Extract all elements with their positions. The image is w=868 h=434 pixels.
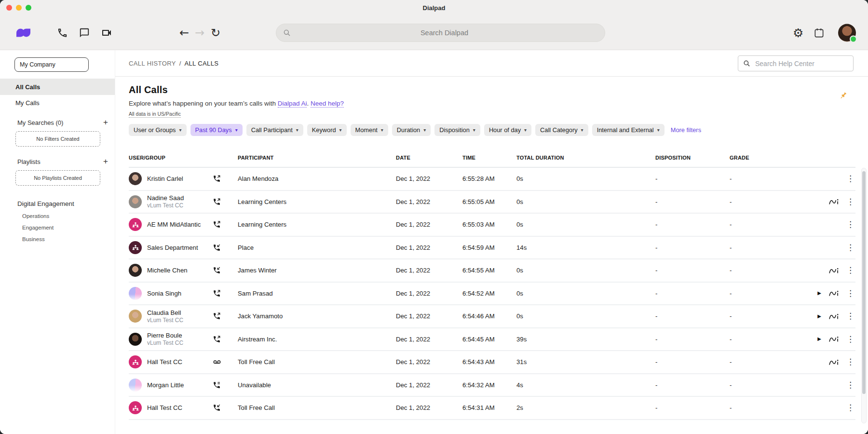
company-selector[interactable]: My Company [14, 57, 89, 72]
time-cell: 6:54:52 AM [462, 290, 516, 297]
breadcrumb-call-history[interactable]: CALL HISTORY [129, 60, 176, 67]
row-menu-button[interactable]: ⋮ [846, 312, 854, 320]
filter-chip-hour-of-day[interactable]: Hour of day▾ [484, 124, 531, 136]
sidebar-item-all-calls[interactable]: All Calls [0, 79, 115, 95]
filter-chip-call-category[interactable]: Call Category▾ [535, 124, 588, 136]
zoom-button[interactable] [26, 5, 31, 11]
filter-chip-duration[interactable]: Duration▾ [392, 124, 431, 136]
avatar [129, 264, 142, 277]
user-avatar[interactable] [838, 24, 856, 41]
row-menu-button[interactable]: ⋮ [846, 404, 854, 412]
row-menu-button[interactable]: ⋮ [846, 358, 854, 366]
help-center-search-input[interactable] [754, 59, 848, 68]
dialpad-ai-link[interactable]: Dialpad Ai [278, 100, 307, 108]
breadcrumb-all-calls: ALL CALLS [184, 60, 218, 67]
outgoing-call-icon [213, 198, 221, 206]
table-row[interactable]: Michelle ChenJames WinterDec 1, 20226:54… [129, 259, 855, 283]
minimize-button[interactable] [16, 5, 22, 11]
participant-cell: Toll Free Call [238, 404, 396, 411]
user-cell: Nadine SaadvLum Test CC [129, 194, 213, 209]
sidebar-item-operations[interactable]: Operations [0, 213, 115, 219]
date-cell: Dec 1, 2022 [396, 336, 462, 343]
close-button[interactable] [6, 5, 12, 11]
sidebar-item-my-calls[interactable]: My Calls [0, 95, 115, 111]
filter-chip-label: User or Groups [134, 126, 176, 134]
column-header-disposition: DISPOSITION [655, 155, 730, 161]
add-playlist-button[interactable]: + [103, 157, 108, 166]
more-filters-link[interactable]: More filters [671, 126, 701, 134]
table-row[interactable]: Sonia SinghSam PrasadDec 1, 20226:54:52 … [129, 283, 855, 306]
row-menu-button[interactable]: ⋮ [846, 335, 854, 343]
user-cell: Kristin Carlel [129, 172, 213, 185]
avatar [129, 401, 142, 414]
table-row[interactable]: Sales DepartmentPlaceDec 1, 20226:54:59 … [129, 237, 855, 260]
dialpad-ai-icon[interactable] [829, 290, 839, 297]
table-row[interactable]: Nadine SaadvLum Test CCLearning CentersD… [129, 191, 855, 214]
filter-chip-user-or-groups[interactable]: User or Groups▾ [129, 124, 187, 136]
calls-button[interactable] [57, 27, 68, 38]
row-menu-button[interactable]: ⋮ [846, 381, 854, 389]
outgoing-call-icon [213, 335, 221, 343]
filter-chip-disposition[interactable]: Disposition▾ [434, 124, 480, 136]
table-row[interactable]: AE MM MidAtlanticLearning CentersDec 1, … [129, 214, 855, 237]
table-row[interactable]: Morgan LittleUnavailableDec 1, 20226:54:… [129, 374, 855, 397]
scrollbar-thumb[interactable] [862, 171, 866, 394]
avatar [129, 379, 142, 392]
table-row[interactable]: Kristin CarlelAlan MendozaDec 1, 20226:5… [129, 168, 855, 191]
row-menu-button[interactable]: ⋮ [846, 244, 854, 252]
sidebar-item-engagement[interactable]: Engagement [0, 225, 115, 231]
play-recording-button[interactable]: ▶ [817, 314, 821, 319]
settings-button[interactable]: ⚙ [793, 27, 803, 39]
duration-cell: 31s [516, 358, 655, 366]
user-name-block: AE MM MidAtlantic [147, 220, 201, 229]
dialpad-ai-icon[interactable] [829, 313, 839, 320]
sidebar-item-business[interactable]: Business [0, 236, 115, 242]
dialpad-ai-icon[interactable] [829, 267, 839, 274]
user-cell: Sales Department [129, 241, 213, 254]
table-row[interactable]: Claudia BellvLum Test CCJack YamamotoDec… [129, 305, 855, 328]
row-menu-button[interactable]: ⋮ [846, 289, 854, 298]
table-row[interactable]: Hall Test CCToll Free CallDec 1, 20226:5… [129, 351, 855, 374]
dialpad-ai-icon[interactable] [829, 359, 839, 366]
pin-icon[interactable] [839, 91, 848, 102]
scrollbar-track[interactable] [861, 168, 867, 423]
filter-chip-call-participant[interactable]: Call Participant▾ [246, 124, 303, 136]
user-name-block: Morgan Little [147, 381, 184, 389]
filter-chip-internal-and-external[interactable]: Internal and External▾ [592, 124, 665, 136]
avatar [129, 287, 142, 300]
row-menu-button[interactable]: ⋮ [846, 198, 854, 206]
nav-forward-button[interactable]: → [195, 27, 204, 39]
need-help-link[interactable]: Need help? [311, 100, 344, 108]
global-search[interactable] [276, 24, 605, 42]
row-menu-button[interactable]: ⋮ [846, 220, 854, 229]
nav-back-button[interactable]: ← [179, 27, 189, 39]
schedule-button[interactable] [814, 27, 825, 38]
refresh-button[interactable]: ↻ [211, 27, 220, 39]
participant-cell: Airstream Inc. [238, 336, 396, 343]
user-name-block: Pierre BoulevLum Test CC [147, 331, 183, 347]
dialpad-ai-icon[interactable] [829, 198, 839, 205]
row-menu-button[interactable]: ⋮ [846, 266, 854, 274]
user-cell: Michelle Chen [129, 264, 213, 277]
help-center-search[interactable] [738, 55, 854, 71]
row-menu-button[interactable]: ⋮ [846, 175, 854, 183]
time-cell: 6:54:45 AM [462, 336, 516, 343]
table-row[interactable]: Hall Test CCToll Free CallDec 1, 20226:5… [129, 397, 855, 420]
messages-button[interactable] [79, 27, 90, 38]
add-search-button[interactable]: + [103, 118, 108, 127]
play-recording-button[interactable]: ▶ [817, 291, 821, 296]
row-actions: ▶⋮ [792, 312, 855, 320]
date-cell: Dec 1, 2022 [396, 175, 462, 182]
filter-chip-past-90-days[interactable]: Past 90 Days▾ [190, 124, 243, 136]
global-search-input[interactable] [291, 28, 598, 37]
date-cell: Dec 1, 2022 [396, 290, 462, 297]
date-cell: Dec 1, 2022 [396, 312, 462, 320]
avatar [129, 355, 142, 368]
dialpad-logo-right-blob [22, 28, 30, 37]
play-recording-button[interactable]: ▶ [817, 337, 821, 341]
dialpad-ai-icon[interactable] [829, 336, 839, 342]
meetings-button[interactable] [101, 27, 112, 39]
table-row[interactable]: Pierre BoulevLum Test CCAirstream Inc.De… [129, 328, 855, 352]
filter-chip-moment[interactable]: Moment▾ [351, 124, 388, 136]
filter-chip-keyword[interactable]: Keyword▾ [307, 124, 347, 136]
